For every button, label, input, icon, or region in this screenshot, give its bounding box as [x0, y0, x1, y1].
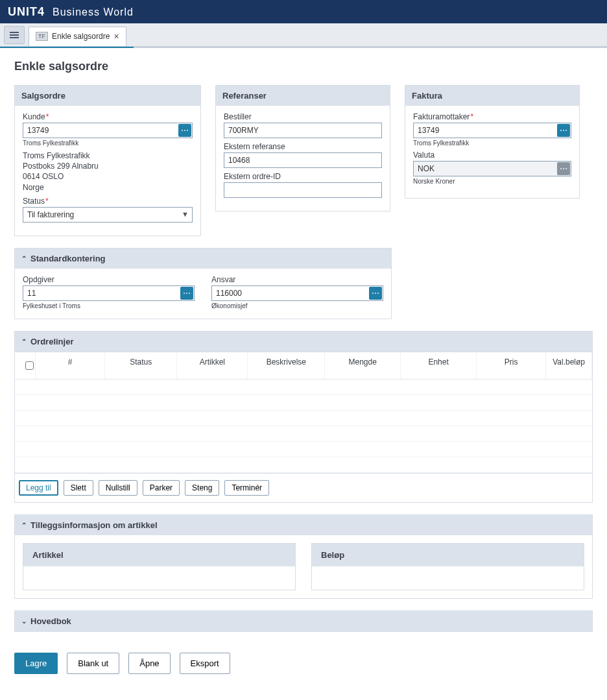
table-row[interactable] [15, 442, 592, 457]
footer-actions: Lagre Blank ut Åpne Eksport [0, 644, 607, 683]
logo-text-1: UNIT [8, 5, 38, 18]
card-tillegg: ⌃ Tilleggsinformasjon om artikkel Artikk… [14, 514, 593, 599]
opdgiver-help: Fylkeshuset i Troms [23, 302, 195, 309]
table-row[interactable] [15, 411, 592, 426]
tillegg-belop-header: Beløp [312, 544, 584, 566]
tillegg-artikkel-header: Artikkel [23, 544, 295, 566]
addr-line-3: 0614 OSLO [23, 171, 193, 182]
logo-subtitle: Business World [53, 6, 134, 18]
col-pris[interactable]: Pris [477, 352, 546, 379]
expand-icon: ⌄ [21, 618, 27, 625]
mottaker-help: Troms Fylkestrafikk [413, 139, 571, 147]
mottaker-label: Fakturamottaker [413, 112, 571, 121]
tillegg-artikkel-box: Artikkel [23, 543, 296, 590]
ansvar-help: Økonomisjef [211, 302, 383, 309]
status-select[interactable] [23, 207, 193, 223]
col-mengde[interactable]: Mengde [325, 352, 401, 379]
collapse-icon: ⌃ [21, 522, 27, 529]
valuta-input[interactable] [413, 161, 571, 176]
kunde-address: Troms Fylkestrafikk Postboks 299 Alnabru… [23, 151, 193, 193]
kunde-label: Kunde [23, 112, 193, 121]
col-beskrivelse[interactable]: Beskrivelse [248, 352, 325, 379]
ansvar-lookup-icon[interactable]: ⋯ [369, 287, 382, 300]
col-num[interactable]: # [36, 352, 105, 379]
table-row[interactable] [15, 395, 592, 411]
tab-bar: TF Enkle salgsordre × [0, 23, 607, 47]
opdgiver-lookup-icon[interactable]: ⋯ [180, 287, 193, 300]
col-status[interactable]: Status [105, 352, 177, 379]
tillegg-belop-box: Beløp [311, 543, 584, 590]
ordrelinjer-title: Ordrelinjer [30, 337, 73, 346]
tab-enkle-salgsordre[interactable]: TF Enkle salgsordre × [29, 27, 126, 46]
ekstref-label: Ekstern referanse [224, 142, 382, 151]
apne-button[interactable]: Åpne [128, 653, 170, 674]
top-cards-row: Salgsordre Kunde ⋯ Troms Fylkestrafikk T… [14, 85, 593, 236]
card-header-faktura: Faktura [405, 86, 579, 106]
parker-button[interactable]: Parker [143, 480, 180, 496]
leggtil-button[interactable]: Legg til [19, 480, 58, 496]
logo-text-2: 4 [38, 5, 45, 18]
menu-button[interactable] [4, 26, 25, 44]
blankut-button[interactable]: Blank ut [67, 653, 119, 674]
valuta-label: Valuta [413, 151, 571, 160]
eksport-button[interactable]: Eksport [180, 653, 230, 674]
hovedbok-title: Hovedbok [30, 616, 71, 626]
menu-icon [10, 32, 19, 38]
col-enhet[interactable]: Enhet [401, 352, 477, 379]
mottaker-input[interactable] [413, 123, 571, 138]
collapse-icon: ⌃ [21, 338, 27, 345]
addr-line-2: Postboks 299 Alnabru [23, 161, 193, 171]
collapse-icon: ⌃ [21, 255, 27, 262]
stdkont-title: Standardkontering [30, 254, 106, 263]
card-salgsordre: Salgsordre Kunde ⋯ Troms Fylkestrafikk T… [14, 85, 201, 236]
bestiller-input[interactable] [224, 123, 382, 138]
tillegg-title: Tilleggsinformasjon om artikkel [30, 520, 158, 530]
col-artikkel[interactable]: Artikkel [177, 352, 248, 379]
app-logo: UNIT4 Business World [8, 5, 134, 19]
opdgiver-label: Opdgiver [23, 275, 195, 284]
lagre-button[interactable]: Lagre [14, 653, 58, 674]
ekstord-input[interactable] [224, 182, 382, 198]
card-header-ordrelinjer[interactable]: ⌃ Ordrelinjer [15, 332, 592, 352]
terminer-button[interactable]: Terminér [224, 480, 269, 496]
bestiller-label: Bestiller [224, 112, 382, 121]
top-bar: UNIT4 Business World [0, 0, 607, 23]
nullstill-button[interactable]: Nullstill [99, 480, 137, 496]
opdgiver-input[interactable] [23, 285, 195, 301]
ordrelinjer-actions: Legg til Slett Nullstill Parker Steng Te… [15, 473, 592, 502]
page-title: Enkle salgsordre [14, 60, 593, 73]
table-row[interactable] [15, 426, 592, 442]
addr-line-4: Norge [23, 182, 193, 193]
kunde-lookup-icon[interactable]: ⋯ [178, 124, 191, 137]
tab-badge: TF [36, 32, 48, 41]
select-all-checkbox[interactable] [25, 361, 34, 370]
card-header-standardkontering[interactable]: ⌃ Standardkontering [15, 248, 391, 269]
card-referanser: Referanser Bestiller Ekstern referanse E… [215, 85, 390, 211]
card-ordrelinjer: ⌃ Ordrelinjer # Status Artikkel Beskrive… [14, 331, 593, 503]
card-header-salgsordre: Salgsordre [15, 86, 200, 106]
ordrelinjer-table: # Status Artikkel Beskrivelse Mengde Enh… [15, 352, 592, 473]
valuta-lookup-icon[interactable]: ⋯ [557, 162, 570, 175]
card-hovedbok: ⌄ Hovedbok [14, 610, 593, 632]
kunde-input[interactable] [23, 123, 193, 138]
ansvar-input[interactable] [211, 285, 383, 301]
table-row[interactable] [15, 380, 592, 395]
card-header-hovedbok[interactable]: ⌄ Hovedbok [15, 611, 592, 631]
card-header-tillegg[interactable]: ⌃ Tilleggsinformasjon om artikkel [15, 515, 592, 535]
status-label: Status [23, 197, 193, 206]
steng-button[interactable]: Steng [185, 480, 219, 496]
card-faktura: Faktura Fakturamottaker ⋯ Troms Fylkestr… [405, 85, 580, 199]
card-header-referanser: Referanser [216, 86, 390, 106]
ekstref-input[interactable] [224, 152, 382, 168]
col-valbelop[interactable]: Val.beløp [546, 352, 592, 379]
close-icon[interactable]: × [113, 31, 119, 42]
table-row[interactable] [15, 457, 592, 473]
mottaker-lookup-icon[interactable]: ⋯ [557, 124, 570, 137]
page-content: Enkle salgsordre Salgsordre Kunde ⋯ Trom… [0, 48, 607, 644]
ekstord-label: Ekstern ordre-ID [224, 172, 382, 181]
ansvar-label: Ansvar [211, 275, 383, 284]
card-standardkontering: ⌃ Standardkontering Opdgiver ⋯ Fylkeshus… [14, 248, 392, 319]
kunde-help: Troms Fylkestrafikk [23, 139, 193, 147]
slett-button[interactable]: Slett [64, 480, 93, 496]
valuta-help: Norske Kroner [413, 178, 571, 185]
